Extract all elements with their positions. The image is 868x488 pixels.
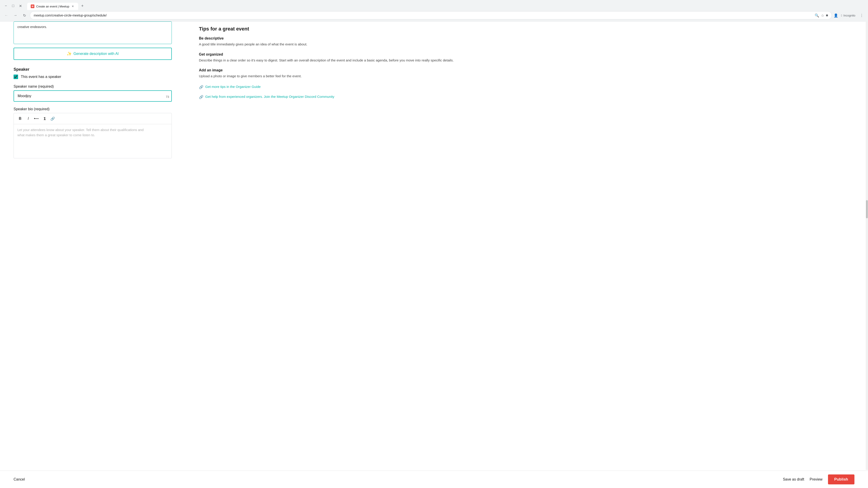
char-count: 73 <box>166 95 169 98</box>
tip-title-descriptive: Be descriptive <box>199 36 855 40</box>
tip-item-organized: Get organized Describe things in a clear… <box>199 53 855 63</box>
organizer-guide-link[interactable]: 🔗 Get more tips in the Organizer Guide <box>199 84 855 90</box>
bold-button[interactable]: B <box>17 115 24 122</box>
tips-heading: Tips for a great event <box>199 26 855 32</box>
speaker-checkbox-row: This event has a speaker <box>13 74 172 79</box>
incognito-label: Incognito <box>843 14 855 17</box>
placeholder-line2: what makes them a great speaker to come … <box>18 133 95 137</box>
generate-ai-button[interactable]: ✨ Generate description with AI <box>13 48 172 60</box>
back-button[interactable]: ← <box>3 12 10 19</box>
discord-community-link[interactable]: 🔗 Get help from experienced organizers. … <box>199 94 855 100</box>
bold-icon: B <box>19 117 22 121</box>
new-tab-button[interactable]: + <box>79 3 86 9</box>
link-icon: 🔗 <box>51 117 55 121</box>
browser-right-controls: 👤 🉖 Incognito ⋮ <box>834 12 865 19</box>
extensions-icon[interactable]: ■ <box>826 13 828 18</box>
organizer-guide-label: Get more tips in the Organizer Guide <box>205 84 260 89</box>
tip-text-organized: Describe things in a clear order so it's… <box>199 58 855 63</box>
address-bar-icons: 🔍 ☆ ■ <box>815 13 828 18</box>
save-draft-button[interactable]: Save as draft <box>783 476 804 483</box>
minimize-button[interactable]: − <box>3 3 9 9</box>
unordered-list-button[interactable]: •— <box>33 115 40 122</box>
scrollbar-thumb[interactable] <box>866 200 868 218</box>
speaker-section-label: Speaker <box>13 67 172 72</box>
description-area[interactable]: creative endeavors. <box>13 22 172 44</box>
unordered-list-icon: •— <box>34 117 39 121</box>
page-content: creative endeavors. ✨ Generate descripti… <box>0 22 868 488</box>
tip-text-descriptive: A good title immediately gives people an… <box>199 42 855 47</box>
tip-item-image: Add an image Upload a photo or image to … <box>199 68 855 79</box>
reload-button[interactable]: ↻ <box>21 12 28 19</box>
incognito-icon: 🉖 <box>841 14 842 17</box>
external-link-icon-1: 🔗 <box>199 85 204 90</box>
tab-close-button[interactable]: ✕ <box>71 4 74 8</box>
publish-button[interactable]: Publish <box>828 475 855 484</box>
tip-item-descriptive: Be descriptive A good title immediately … <box>199 36 855 47</box>
italic-button[interactable]: I <box>25 115 32 122</box>
editor-body[interactable]: Let your attendees know about your speak… <box>14 124 172 158</box>
preview-button[interactable]: Preview <box>810 476 823 483</box>
cancel-button[interactable]: Cancel <box>13 476 25 483</box>
tab-bar: M Create an event | Meetup ✕ + <box>25 3 87 10</box>
bookmark-icon[interactable]: ☆ <box>821 13 824 18</box>
forward-button[interactable]: → <box>12 12 19 19</box>
window-controls: − □ ✕ <box>3 3 24 9</box>
ai-icon: ✨ <box>67 51 72 56</box>
description-text: creative endeavors. <box>18 25 47 29</box>
preview-label: Preview <box>810 477 823 481</box>
speaker-bio-label: Speaker bio (required) <box>13 107 172 111</box>
active-tab[interactable]: M Create an event | Meetup ✕ <box>27 3 78 10</box>
tip-title-organized: Get organized <box>199 53 855 57</box>
ordered-list-button[interactable]: 1̄ <box>41 115 48 122</box>
speaker-checkbox[interactable] <box>13 74 18 79</box>
search-icon: 🔍 <box>815 13 819 18</box>
ordered-list-icon: 1̄ <box>43 117 46 121</box>
left-panel: creative endeavors. ✨ Generate descripti… <box>0 22 185 471</box>
publish-label: Publish <box>834 477 848 482</box>
italic-icon: I <box>28 117 29 121</box>
more-options-button[interactable]: ⋮ <box>858 12 865 19</box>
address-bar[interactable]: meetup.com/creative-circle-meetup-group/… <box>30 11 832 20</box>
speaker-checkbox-label: This event has a speaker <box>21 75 61 79</box>
speaker-name-label: Speaker name (required) <box>13 85 172 89</box>
right-panel: Tips for a great event Be descriptive A … <box>185 22 868 471</box>
close-button[interactable]: ✕ <box>17 3 24 9</box>
cancel-label: Cancel <box>13 477 25 481</box>
right-actions: Save as draft Preview Publish <box>783 475 855 484</box>
editor-placeholder: Let your attendees know about your speak… <box>18 127 168 138</box>
discord-community-label: Get help from experienced organizers. Jo… <box>205 94 334 99</box>
external-link-icon-2: 🔗 <box>199 95 204 100</box>
maximize-button[interactable]: □ <box>10 3 16 9</box>
address-bar-row: ← → ↻ meetup.com/creative-circle-meetup-… <box>0 10 868 21</box>
editor-toolbar: B I •— 1̄ 🔗 <box>14 113 172 124</box>
speaker-name-wrapper: 73 <box>13 90 172 102</box>
ai-button-label: Generate description with AI <box>73 52 119 56</box>
link-button[interactable]: 🔗 <box>49 115 56 122</box>
profile-icon[interactable]: 👤 <box>834 13 838 18</box>
bottom-bar: Cancel Save as draft Preview Publish <box>0 470 868 488</box>
url-display: meetup.com/creative-circle-meetup-group/… <box>34 13 813 17</box>
tip-title-image: Add an image <box>199 68 855 72</box>
placeholder-line1: Let your attendees know about your speak… <box>18 128 144 132</box>
tab-favicon: M <box>31 4 34 8</box>
scrollbar[interactable] <box>866 20 868 470</box>
incognito-badge: 🉖 Incognito <box>839 13 857 18</box>
speaker-bio-editor[interactable]: B I •— 1̄ 🔗 Let your attendees know abou… <box>13 113 172 158</box>
title-bar: − □ ✕ M Create an event | Meetup ✕ + <box>0 0 868 10</box>
tab-title: Create an event | Meetup <box>36 5 69 8</box>
draft-label: Save as draft <box>783 477 804 481</box>
tip-text-image: Upload a photo or image to give members … <box>199 74 855 79</box>
speaker-name-input[interactable] <box>13 90 172 102</box>
browser-chrome: − □ ✕ M Create an event | Meetup ✕ + ← →… <box>0 0 868 22</box>
